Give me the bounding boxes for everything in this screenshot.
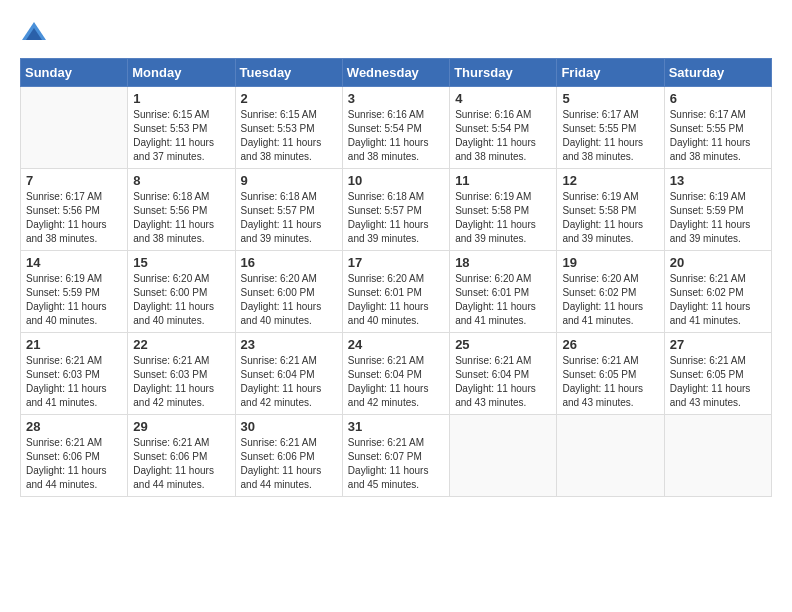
day-info: Sunrise: 6:21 AM Sunset: 6:04 PM Dayligh… <box>348 354 444 410</box>
calendar-cell: 28Sunrise: 6:21 AM Sunset: 6:06 PM Dayli… <box>21 415 128 497</box>
day-number: 18 <box>455 255 551 270</box>
calendar-cell: 20Sunrise: 6:21 AM Sunset: 6:02 PM Dayli… <box>664 251 771 333</box>
calendar-table: SundayMondayTuesdayWednesdayThursdayFrid… <box>20 58 772 497</box>
calendar-cell: 14Sunrise: 6:19 AM Sunset: 5:59 PM Dayli… <box>21 251 128 333</box>
day-info: Sunrise: 6:21 AM Sunset: 6:04 PM Dayligh… <box>455 354 551 410</box>
calendar-cell: 22Sunrise: 6:21 AM Sunset: 6:03 PM Dayli… <box>128 333 235 415</box>
day-info: Sunrise: 6:17 AM Sunset: 5:55 PM Dayligh… <box>670 108 766 164</box>
calendar-cell <box>21 87 128 169</box>
calendar-week-row: 14Sunrise: 6:19 AM Sunset: 5:59 PM Dayli… <box>21 251 772 333</box>
day-number: 24 <box>348 337 444 352</box>
day-info: Sunrise: 6:16 AM Sunset: 5:54 PM Dayligh… <box>455 108 551 164</box>
calendar-week-row: 28Sunrise: 6:21 AM Sunset: 6:06 PM Dayli… <box>21 415 772 497</box>
calendar-cell: 31Sunrise: 6:21 AM Sunset: 6:07 PM Dayli… <box>342 415 449 497</box>
day-number: 12 <box>562 173 658 188</box>
day-number: 13 <box>670 173 766 188</box>
logo <box>20 20 52 48</box>
calendar-header-tuesday: Tuesday <box>235 59 342 87</box>
day-info: Sunrise: 6:19 AM Sunset: 5:58 PM Dayligh… <box>455 190 551 246</box>
calendar-cell: 6Sunrise: 6:17 AM Sunset: 5:55 PM Daylig… <box>664 87 771 169</box>
calendar-cell: 4Sunrise: 6:16 AM Sunset: 5:54 PM Daylig… <box>450 87 557 169</box>
day-info: Sunrise: 6:20 AM Sunset: 6:01 PM Dayligh… <box>348 272 444 328</box>
day-info: Sunrise: 6:20 AM Sunset: 6:02 PM Dayligh… <box>562 272 658 328</box>
calendar-cell: 16Sunrise: 6:20 AM Sunset: 6:00 PM Dayli… <box>235 251 342 333</box>
day-info: Sunrise: 6:16 AM Sunset: 5:54 PM Dayligh… <box>348 108 444 164</box>
day-info: Sunrise: 6:18 AM Sunset: 5:57 PM Dayligh… <box>241 190 337 246</box>
day-number: 28 <box>26 419 122 434</box>
day-number: 6 <box>670 91 766 106</box>
calendar-cell: 30Sunrise: 6:21 AM Sunset: 6:06 PM Dayli… <box>235 415 342 497</box>
day-number: 26 <box>562 337 658 352</box>
calendar-cell: 7Sunrise: 6:17 AM Sunset: 5:56 PM Daylig… <box>21 169 128 251</box>
day-number: 15 <box>133 255 229 270</box>
day-number: 11 <box>455 173 551 188</box>
day-number: 21 <box>26 337 122 352</box>
calendar-cell: 8Sunrise: 6:18 AM Sunset: 5:56 PM Daylig… <box>128 169 235 251</box>
calendar-header-saturday: Saturday <box>664 59 771 87</box>
calendar-cell: 19Sunrise: 6:20 AM Sunset: 6:02 PM Dayli… <box>557 251 664 333</box>
calendar-cell: 2Sunrise: 6:15 AM Sunset: 5:53 PM Daylig… <box>235 87 342 169</box>
calendar-cell: 1Sunrise: 6:15 AM Sunset: 5:53 PM Daylig… <box>128 87 235 169</box>
day-number: 1 <box>133 91 229 106</box>
calendar-cell: 9Sunrise: 6:18 AM Sunset: 5:57 PM Daylig… <box>235 169 342 251</box>
day-info: Sunrise: 6:19 AM Sunset: 5:58 PM Dayligh… <box>562 190 658 246</box>
day-number: 19 <box>562 255 658 270</box>
calendar-cell: 27Sunrise: 6:21 AM Sunset: 6:05 PM Dayli… <box>664 333 771 415</box>
calendar-cell: 13Sunrise: 6:19 AM Sunset: 5:59 PM Dayli… <box>664 169 771 251</box>
day-number: 10 <box>348 173 444 188</box>
day-info: Sunrise: 6:20 AM Sunset: 6:00 PM Dayligh… <box>133 272 229 328</box>
calendar-cell: 12Sunrise: 6:19 AM Sunset: 5:58 PM Dayli… <box>557 169 664 251</box>
calendar-cell: 3Sunrise: 6:16 AM Sunset: 5:54 PM Daylig… <box>342 87 449 169</box>
day-number: 16 <box>241 255 337 270</box>
calendar-cell: 21Sunrise: 6:21 AM Sunset: 6:03 PM Dayli… <box>21 333 128 415</box>
day-info: Sunrise: 6:15 AM Sunset: 5:53 PM Dayligh… <box>241 108 337 164</box>
day-info: Sunrise: 6:18 AM Sunset: 5:57 PM Dayligh… <box>348 190 444 246</box>
day-number: 25 <box>455 337 551 352</box>
day-number: 17 <box>348 255 444 270</box>
calendar-cell: 11Sunrise: 6:19 AM Sunset: 5:58 PM Dayli… <box>450 169 557 251</box>
day-number: 30 <box>241 419 337 434</box>
calendar-header-monday: Monday <box>128 59 235 87</box>
day-number: 31 <box>348 419 444 434</box>
calendar-header-row: SundayMondayTuesdayWednesdayThursdayFrid… <box>21 59 772 87</box>
page-header <box>20 20 772 48</box>
day-info: Sunrise: 6:21 AM Sunset: 6:04 PM Dayligh… <box>241 354 337 410</box>
calendar-week-row: 21Sunrise: 6:21 AM Sunset: 6:03 PM Dayli… <box>21 333 772 415</box>
calendar-header-thursday: Thursday <box>450 59 557 87</box>
calendar-cell: 10Sunrise: 6:18 AM Sunset: 5:57 PM Dayli… <box>342 169 449 251</box>
calendar-cell <box>450 415 557 497</box>
day-number: 9 <box>241 173 337 188</box>
day-number: 3 <box>348 91 444 106</box>
day-info: Sunrise: 6:15 AM Sunset: 5:53 PM Dayligh… <box>133 108 229 164</box>
day-number: 8 <box>133 173 229 188</box>
calendar-cell: 23Sunrise: 6:21 AM Sunset: 6:04 PM Dayli… <box>235 333 342 415</box>
calendar-header-wednesday: Wednesday <box>342 59 449 87</box>
day-number: 5 <box>562 91 658 106</box>
calendar-header-friday: Friday <box>557 59 664 87</box>
day-number: 7 <box>26 173 122 188</box>
calendar-cell: 26Sunrise: 6:21 AM Sunset: 6:05 PM Dayli… <box>557 333 664 415</box>
calendar-cell <box>664 415 771 497</box>
calendar-cell: 15Sunrise: 6:20 AM Sunset: 6:00 PM Dayli… <box>128 251 235 333</box>
day-info: Sunrise: 6:21 AM Sunset: 6:07 PM Dayligh… <box>348 436 444 492</box>
calendar-week-row: 7Sunrise: 6:17 AM Sunset: 5:56 PM Daylig… <box>21 169 772 251</box>
day-info: Sunrise: 6:18 AM Sunset: 5:56 PM Dayligh… <box>133 190 229 246</box>
day-info: Sunrise: 6:17 AM Sunset: 5:55 PM Dayligh… <box>562 108 658 164</box>
day-info: Sunrise: 6:21 AM Sunset: 6:06 PM Dayligh… <box>26 436 122 492</box>
day-info: Sunrise: 6:21 AM Sunset: 6:03 PM Dayligh… <box>26 354 122 410</box>
day-info: Sunrise: 6:21 AM Sunset: 6:05 PM Dayligh… <box>562 354 658 410</box>
day-info: Sunrise: 6:21 AM Sunset: 6:03 PM Dayligh… <box>133 354 229 410</box>
day-info: Sunrise: 6:19 AM Sunset: 5:59 PM Dayligh… <box>670 190 766 246</box>
day-number: 27 <box>670 337 766 352</box>
day-number: 23 <box>241 337 337 352</box>
day-info: Sunrise: 6:21 AM Sunset: 6:02 PM Dayligh… <box>670 272 766 328</box>
calendar-cell <box>557 415 664 497</box>
day-number: 22 <box>133 337 229 352</box>
day-info: Sunrise: 6:21 AM Sunset: 6:05 PM Dayligh… <box>670 354 766 410</box>
day-number: 29 <box>133 419 229 434</box>
day-info: Sunrise: 6:20 AM Sunset: 6:01 PM Dayligh… <box>455 272 551 328</box>
calendar-week-row: 1Sunrise: 6:15 AM Sunset: 5:53 PM Daylig… <box>21 87 772 169</box>
day-info: Sunrise: 6:21 AM Sunset: 6:06 PM Dayligh… <box>133 436 229 492</box>
calendar-cell: 5Sunrise: 6:17 AM Sunset: 5:55 PM Daylig… <box>557 87 664 169</box>
logo-icon <box>20 20 48 48</box>
